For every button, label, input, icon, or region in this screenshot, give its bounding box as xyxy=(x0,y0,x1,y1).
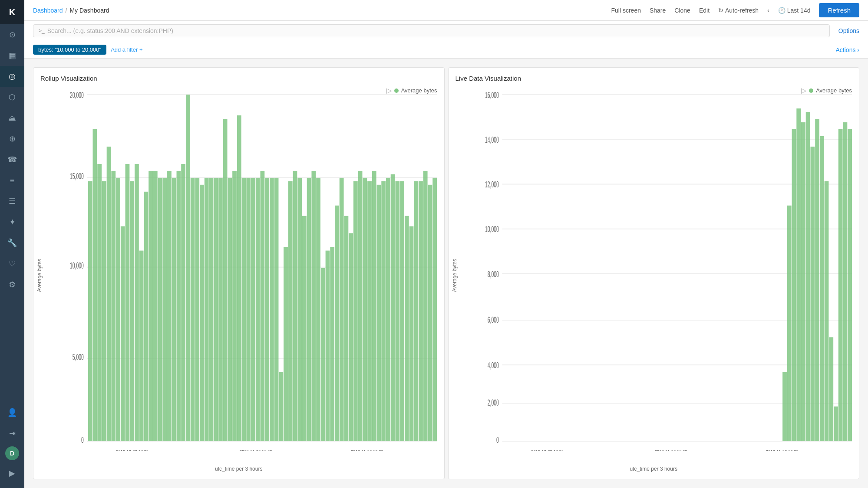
svg-rect-35 xyxy=(191,178,195,441)
svg-text:2,000: 2,000 xyxy=(487,397,498,408)
svg-text:4,000: 4,000 xyxy=(487,360,498,370)
svg-rect-28 xyxy=(158,178,162,441)
svg-text:16,000: 16,000 xyxy=(485,90,498,100)
shield-icon[interactable]: ⬡ xyxy=(0,87,24,108)
svg-rect-24 xyxy=(139,251,144,441)
avatar[interactable]: D xyxy=(5,446,19,460)
lines-icon[interactable]: ☰ xyxy=(0,191,24,212)
sidebar-bottom: 👤 ⇥ D ▶ xyxy=(0,402,24,488)
svg-rect-33 xyxy=(181,164,185,441)
svg-rect-41 xyxy=(218,178,223,441)
topbar-actions: Full screen Share Clone Edit ↻ Auto-refr… xyxy=(611,3,859,17)
svg-rect-170 xyxy=(787,206,791,441)
svg-rect-15 xyxy=(97,164,102,441)
svg-rect-76 xyxy=(381,181,386,441)
phone-icon[interactable]: ☎ xyxy=(0,149,24,170)
clock-icon: 🕐 xyxy=(778,7,785,14)
svg-text:20,000: 20,000 xyxy=(70,90,84,100)
full-screen-button[interactable]: Full screen xyxy=(611,7,640,14)
svg-rect-31 xyxy=(172,178,176,441)
svg-rect-81 xyxy=(405,216,409,441)
filter-badge[interactable]: bytes: "10,000 to 20,000" xyxy=(33,45,106,55)
list-icon[interactable]: ≡ xyxy=(0,170,24,191)
svg-rect-52 xyxy=(270,178,274,441)
svg-rect-63 xyxy=(321,268,325,441)
svg-rect-183 xyxy=(848,129,852,441)
svg-rect-182 xyxy=(843,122,847,441)
login-icon[interactable]: ⇥ xyxy=(0,423,24,444)
svg-rect-37 xyxy=(200,185,204,441)
circle-icon[interactable]: ◎ xyxy=(0,66,24,87)
breadcrumb-link[interactable]: Dashboard xyxy=(33,7,63,14)
svg-text:5,000: 5,000 xyxy=(73,352,84,362)
svg-rect-51 xyxy=(265,178,269,441)
live-chart-wrapper: Average bytes 16,000 14,000 12,000 10,00… xyxy=(455,86,852,464)
svg-rect-53 xyxy=(274,178,279,441)
svg-rect-75 xyxy=(377,185,381,441)
svg-rect-39 xyxy=(209,178,214,441)
user-icon[interactable]: 👤 xyxy=(0,402,24,423)
svg-text:2018-11-02 17:00: 2018-11-02 17:00 xyxy=(654,448,687,451)
sidebar: K ⊙▦◎⬡⛰⊕☎≡☰✦🔧♡⚙ 👤 ⇥ D ▶ xyxy=(0,0,24,488)
main-content: Dashboard / My Dashboard Full screen Sha… xyxy=(24,0,868,488)
svg-rect-16 xyxy=(102,181,106,441)
svg-rect-36 xyxy=(195,178,199,441)
wrench-icon[interactable]: 🔧 xyxy=(0,233,24,253)
svg-rect-46 xyxy=(242,178,246,441)
nav-back-button[interactable]: ‹ xyxy=(767,7,769,14)
svg-rect-172 xyxy=(796,108,801,441)
svg-text:8,000: 8,000 xyxy=(487,269,498,279)
bar-chart-icon[interactable]: ▦ xyxy=(0,45,24,66)
options-button[interactable]: Options xyxy=(838,27,859,34)
home-icon[interactable]: ⊙ xyxy=(0,24,24,45)
svg-rect-44 xyxy=(232,171,237,441)
svg-rect-54 xyxy=(279,372,283,441)
svg-text:10,000: 10,000 xyxy=(485,224,498,234)
clone-button[interactable]: Clone xyxy=(674,7,690,14)
svg-rect-32 xyxy=(177,171,181,441)
svg-rect-42 xyxy=(223,119,228,441)
rollup-chart-svg-container: 20,000 15,000 10,000 5,000 0 xyxy=(66,86,437,451)
add-filter-button[interactable]: Add a filter + xyxy=(111,46,142,53)
svg-text:2018-10-28 17:00: 2018-10-28 17:00 xyxy=(531,448,564,451)
live-data-visualization-panel: Live Data Visualization ▷ Average bytes … xyxy=(448,67,860,479)
play-icon[interactable]: ▶ xyxy=(0,463,24,484)
sidebar-logo[interactable]: K xyxy=(0,0,24,24)
searchbar: >_ Search... (e.g. status:200 AND extens… xyxy=(24,21,868,41)
topbar: Dashboard / My Dashboard Full screen Sha… xyxy=(24,0,868,21)
actions-button[interactable]: Actions › xyxy=(836,46,859,53)
svg-rect-66 xyxy=(335,206,339,441)
svg-rect-58 xyxy=(297,178,302,441)
gear-circle-icon[interactable]: ⊕ xyxy=(0,128,24,149)
rollup-chart-wrapper: Average bytes 20,000 15,000 10,000 5,000… xyxy=(40,86,437,464)
sparkle-icon[interactable]: ✦ xyxy=(0,212,24,233)
settings-icon[interactable]: ⚙ xyxy=(0,274,24,295)
svg-rect-181 xyxy=(838,129,842,441)
svg-rect-69 xyxy=(349,233,353,441)
auto-refresh-button[interactable]: ↻ Auto-refresh xyxy=(718,7,759,14)
svg-rect-173 xyxy=(801,122,805,441)
svg-rect-87 xyxy=(432,178,437,441)
svg-rect-49 xyxy=(256,178,260,441)
map-icon[interactable]: ⛰ xyxy=(0,108,24,128)
rollup-y-axis-label: Average bytes xyxy=(36,259,43,292)
edit-button[interactable]: Edit xyxy=(699,7,710,14)
svg-rect-43 xyxy=(228,178,232,441)
last-time-button[interactable]: 🕐 Last 14d xyxy=(778,7,811,14)
svg-rect-68 xyxy=(344,216,349,441)
breadcrumb: Dashboard / My Dashboard xyxy=(33,7,109,14)
heartbeat-icon[interactable]: ♡ xyxy=(0,253,24,274)
svg-rect-177 xyxy=(819,136,824,441)
refresh-button[interactable]: Refresh xyxy=(819,3,859,17)
search-input[interactable]: >_ Search... (e.g. status:200 AND extens… xyxy=(33,24,830,37)
svg-rect-34 xyxy=(186,95,190,441)
svg-rect-73 xyxy=(367,181,372,441)
svg-rect-74 xyxy=(372,171,376,441)
svg-rect-70 xyxy=(353,181,358,441)
rollup-x-axis-label: utc_time per 3 hours xyxy=(40,466,437,472)
svg-rect-77 xyxy=(386,178,390,441)
svg-text:15,000: 15,000 xyxy=(70,171,84,181)
share-button[interactable]: Share xyxy=(650,7,666,14)
svg-rect-171 xyxy=(792,129,796,441)
svg-text:0: 0 xyxy=(496,435,499,445)
